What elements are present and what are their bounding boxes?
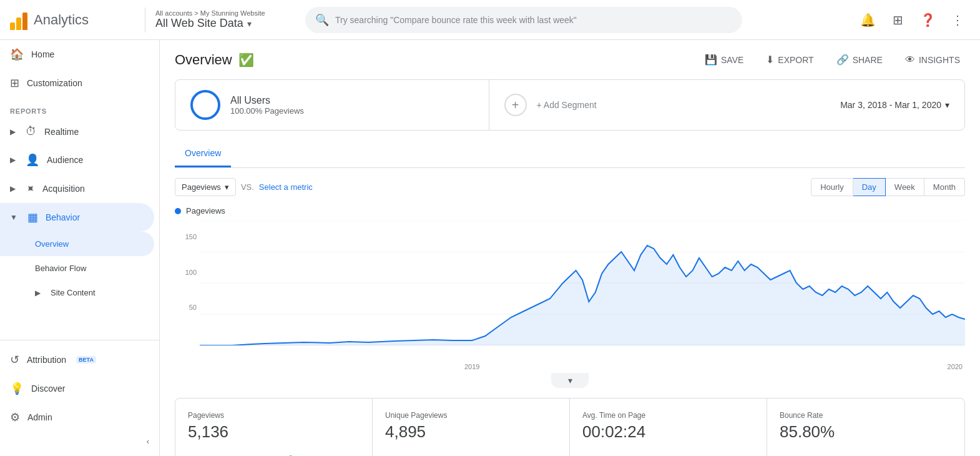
tab-overview[interactable]: Overview bbox=[175, 141, 231, 167]
sidebar-label-site-content: Site Content bbox=[51, 288, 96, 297]
page-header: Overview ✅ 💾 SAVE ⬇ EXPORT 🔗 SHARE bbox=[175, 50, 965, 69]
segment-all-users[interactable]: All Users 100.00% Pageviews bbox=[175, 80, 489, 130]
sidebar-label-audience: Audience bbox=[47, 155, 83, 165]
chart-svg-area bbox=[200, 221, 965, 358]
sidebar-label-customization: Customization bbox=[27, 78, 82, 88]
sidebar-item-attribution[interactable]: ↺ Attribution BETA bbox=[0, 345, 154, 374]
sidebar-item-behavior[interactable]: ▼ ▦ Behavior bbox=[0, 203, 154, 232]
verified-icon: ✅ bbox=[238, 52, 254, 67]
stats-grid: Pageviews 5,136 Unique Pageviews 4,895 A… bbox=[175, 398, 965, 456]
date-range-text: Mar 3, 2018 - Mar 1, 2020 bbox=[840, 100, 941, 110]
stat-label-unique-pageviews: Unique Pageviews bbox=[385, 411, 557, 420]
vs-label: VS. bbox=[241, 182, 254, 192]
stat-card-unique-pageviews: Unique Pageviews 4,895 bbox=[373, 399, 570, 456]
y-label-50: 50 bbox=[175, 304, 197, 311]
share-button[interactable]: 🔗 SHARE bbox=[831, 50, 888, 69]
behavior-expand-icon: ▼ bbox=[10, 213, 17, 222]
stat-card-pageviews: Pageviews 5,136 bbox=[175, 399, 373, 456]
collapse-icon: ‹ bbox=[147, 437, 149, 446]
stat-value-pageviews: 5,136 bbox=[188, 422, 360, 442]
audience-icon: 👤 bbox=[26, 153, 39, 167]
sidebar-item-realtime[interactable]: ▶ ⏱ Realtime bbox=[0, 117, 154, 146]
acquisition-expand-icon: ▶ bbox=[10, 184, 16, 193]
realtime-icon: ⏱ bbox=[26, 125, 37, 138]
segment-info-all-users: All Users 100.00% Pageviews bbox=[230, 95, 304, 116]
date-range-dropdown-icon: ▾ bbox=[945, 100, 949, 110]
date-range-picker[interactable]: Mar 3, 2018 - Mar 1, 2020 ▾ bbox=[840, 100, 949, 110]
chart-toolbar: Pageviews ▾ VS. Select a metric Hourly D… bbox=[175, 178, 965, 196]
stat-label-bounce-rate: Bounce Rate bbox=[780, 411, 952, 420]
select-metric-link[interactable]: Select a metric bbox=[259, 182, 313, 192]
legend-label-pageviews: Pageviews bbox=[186, 206, 225, 216]
sidebar-label-acquisition: Acquisition bbox=[42, 184, 85, 194]
search-bar[interactable]: 🔍 Try searching "Compare bounce rate thi… bbox=[305, 7, 742, 33]
time-btn-day[interactable]: Day bbox=[853, 178, 886, 196]
time-btn-hourly[interactable]: Hourly bbox=[811, 178, 853, 196]
metric-selector: Pageviews ▾ VS. Select a metric bbox=[175, 178, 313, 196]
metric-dropdown-icon: ▾ bbox=[225, 182, 229, 192]
account-name[interactable]: All Web Site Data ▾ bbox=[155, 17, 293, 30]
notifications-button[interactable]: 🔔 bbox=[855, 7, 880, 32]
sidebar-collapse-button[interactable]: ‹ bbox=[0, 432, 159, 451]
sidebar-label-behavior-flow: Behavior Flow bbox=[35, 264, 86, 273]
stat-value-avg-time: 00:02:24 bbox=[582, 422, 754, 442]
segment-bar: All Users 100.00% Pageviews + + Add Segm… bbox=[175, 79, 965, 131]
share-icon: 🔗 bbox=[836, 54, 849, 66]
logo-area: Analytics bbox=[10, 10, 135, 30]
home-icon: 🏠 bbox=[10, 47, 24, 61]
account-dropdown-icon: ▾ bbox=[247, 19, 252, 29]
acquisition-icon: ✦ bbox=[22, 181, 38, 197]
sidebar-item-audience[interactable]: ▶ 👤 Audience bbox=[0, 146, 154, 174]
apps-button[interactable]: ⊞ bbox=[885, 7, 910, 32]
sidebar-item-behavior-flow[interactable]: Behavior Flow bbox=[0, 256, 154, 280]
time-period-buttons: Hourly Day Week Month bbox=[811, 178, 965, 196]
account-area[interactable]: All accounts > My Stunning Website All W… bbox=[155, 9, 293, 30]
legend-dot-pageviews bbox=[175, 208, 181, 214]
stat-chart-avg-time bbox=[582, 447, 754, 456]
help-button[interactable]: ❓ bbox=[915, 7, 940, 32]
y-label-150: 150 bbox=[175, 233, 197, 240]
chart-expand-button[interactable]: ▾ bbox=[551, 373, 589, 388]
metric-label: Pageviews bbox=[182, 182, 221, 192]
search-icon: 🔍 bbox=[315, 13, 329, 27]
customization-icon: ⊞ bbox=[10, 76, 19, 90]
save-icon: 💾 bbox=[705, 54, 717, 66]
sidebar-label-home: Home bbox=[31, 49, 54, 59]
chart-expand-area: ▾ bbox=[175, 373, 965, 388]
audience-expand-icon: ▶ bbox=[10, 156, 16, 164]
sidebar-item-customization[interactable]: ⊞ Customization bbox=[0, 69, 154, 97]
segment-name-all-users: All Users bbox=[230, 95, 304, 106]
header-divider bbox=[145, 7, 145, 32]
sidebar-item-home[interactable]: 🏠 Home bbox=[0, 40, 154, 69]
page-title: Overview bbox=[175, 52, 232, 68]
search-input[interactable]: Try searching "Compare bounce rate this … bbox=[335, 15, 577, 25]
stat-chart-unique-pageviews bbox=[385, 447, 557, 456]
insights-button[interactable]: 👁 INSIGHTS bbox=[900, 51, 965, 69]
sidebar-label-behavior-overview: Overview bbox=[35, 239, 69, 249]
segment-add[interactable]: + + Add Segment bbox=[489, 84, 803, 126]
sidebar-item-site-content[interactable]: ▶ Site Content bbox=[0, 280, 154, 305]
more-button[interactable]: ⋮ bbox=[945, 7, 970, 32]
sidebar-item-behavior-overview[interactable]: Overview bbox=[0, 232, 154, 256]
metric-dropdown[interactable]: Pageviews ▾ bbox=[175, 178, 236, 196]
sidebar-label-discover: Discover bbox=[31, 384, 65, 394]
add-segment-circle: + bbox=[504, 94, 527, 116]
header-actions: 🔔 ⊞ ❓ ⋮ bbox=[855, 7, 970, 32]
time-btn-month[interactable]: Month bbox=[924, 178, 965, 196]
sidebar-item-discover[interactable]: 💡 Discover bbox=[0, 374, 154, 403]
realtime-expand-icon: ▶ bbox=[10, 127, 16, 136]
insights-icon: 👁 bbox=[905, 54, 915, 66]
sidebar-item-admin[interactable]: ⚙ Admin bbox=[0, 403, 154, 432]
y-axis-labels: 150 100 50 bbox=[175, 233, 197, 339]
attribution-icon: ↺ bbox=[10, 353, 19, 367]
sidebar-label-realtime: Realtime bbox=[44, 127, 79, 137]
sidebar-item-acquisition[interactable]: ▶ ✦ Acquisition bbox=[0, 174, 154, 203]
date-range-area: Mar 3, 2018 - Mar 1, 2020 ▾ bbox=[802, 100, 964, 110]
export-button[interactable]: ⬇ EXPORT bbox=[761, 50, 818, 69]
chart-legend: Pageviews bbox=[175, 206, 965, 216]
save-button[interactable]: 💾 SAVE bbox=[700, 50, 748, 69]
add-segment-label[interactable]: + Add Segment bbox=[537, 100, 597, 110]
chart-container: 150 100 50 bbox=[175, 221, 965, 358]
time-btn-week[interactable]: Week bbox=[886, 178, 924, 196]
y-label-100: 100 bbox=[175, 269, 197, 276]
